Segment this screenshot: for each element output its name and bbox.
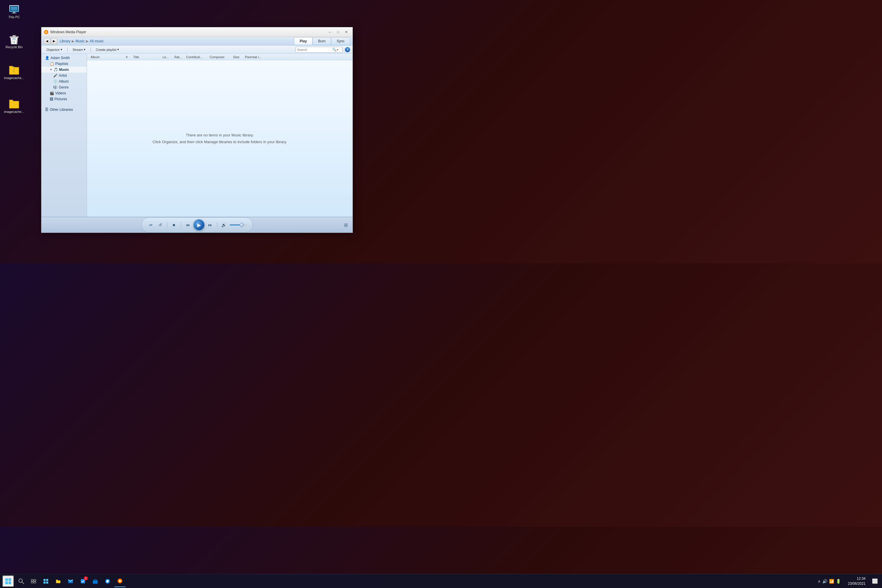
user-icon: 👤 xyxy=(45,56,50,60)
maximize-button[interactable]: □ xyxy=(334,29,342,35)
wmp-title: Windows Media Player xyxy=(50,30,326,34)
svg-rect-4 xyxy=(13,12,15,13)
breadcrumb-music[interactable]: Music xyxy=(75,39,85,43)
tab-buttons: Play Burn Sync xyxy=(294,38,350,45)
empty-message: There are no items in your Music library… xyxy=(87,60,352,217)
stream-button[interactable]: Stream ▾ xyxy=(70,46,88,53)
shuffle-button[interactable]: ⇌ xyxy=(147,221,154,229)
search-input[interactable] xyxy=(297,48,332,51)
play-tab[interactable]: Play xyxy=(294,38,312,45)
music-icon: 🎵 xyxy=(54,68,58,72)
next-button[interactable]: ⏭ xyxy=(206,221,214,229)
sidebar-item-playlists[interactable]: 📋 Playlists xyxy=(42,61,87,67)
sidebar-item-other-libraries[interactable]: 🗄 Other Libraries xyxy=(42,107,87,112)
back-button[interactable]: ◀ xyxy=(44,38,50,44)
controls-separator-1 xyxy=(167,222,167,228)
playback-controls: ⇌ ↺ ■ ⏮ ▶ ⏭ 🔊 xyxy=(141,217,253,232)
previous-button[interactable]: ⏮ xyxy=(184,221,192,229)
desktop-icon-imagecache1[interactable]: imagecache... xyxy=(2,63,26,81)
svg-rect-5 xyxy=(12,13,16,14)
sidebar-item-music[interactable]: ▼ 🎵 Music xyxy=(42,67,87,73)
playlist-icon: 📋 xyxy=(50,62,54,66)
sync-tab[interactable]: Sync xyxy=(331,38,350,45)
main-content: 👤 Adam Smith 📋 Playlists ▼ 🎵 Music 🎤 Art… xyxy=(42,54,352,217)
minimize-button[interactable]: ─ xyxy=(326,29,334,35)
sidebar-item-pictures[interactable]: 🖼 Pictures xyxy=(42,96,87,102)
svg-rect-12 xyxy=(13,67,15,68)
col-album[interactable]: Album xyxy=(89,55,124,59)
col-number[interactable]: # xyxy=(124,55,132,59)
sidebar-item-user[interactable]: 👤 Adam Smith xyxy=(42,55,87,61)
genre-icon: 🎼 xyxy=(53,85,58,89)
svg-rect-7 xyxy=(13,35,16,36)
organize-dropdown-icon: ▾ xyxy=(61,48,62,51)
col-composer[interactable]: Composer xyxy=(208,55,232,59)
pictures-icon: 🖼 xyxy=(50,97,53,101)
music-chevron-icon: ▼ xyxy=(50,68,52,71)
col-rating[interactable]: Rat... xyxy=(173,55,185,59)
window-controls: ─ □ ✕ xyxy=(326,29,350,35)
album-icon: 💿 xyxy=(53,80,58,84)
volume-slider[interactable] xyxy=(230,224,247,225)
forward-button[interactable]: ▶ xyxy=(51,38,57,44)
folder-icon xyxy=(8,98,20,110)
desktop-icon-recycle-bin[interactable]: Recycle Bin xyxy=(2,32,26,50)
artist-icon: 🎤 xyxy=(53,74,58,78)
col-parental[interactable]: Parental r... xyxy=(244,55,264,59)
col-size[interactable]: Size xyxy=(232,55,244,59)
svg-rect-3 xyxy=(10,6,18,10)
videos-icon: 🎬 xyxy=(50,91,54,95)
search-icon[interactable]: 🔍 xyxy=(332,48,337,52)
empty-message-line1: There are no items in your Music library… xyxy=(186,132,254,138)
create-playlist-dropdown-icon: ▾ xyxy=(117,48,119,51)
stop-button[interactable]: ■ xyxy=(170,221,178,229)
svg-rect-14 xyxy=(13,70,15,71)
col-contributing[interactable]: Contributi... xyxy=(185,55,208,59)
recycle-bin-icon xyxy=(8,33,20,45)
play-pause-button[interactable]: ▶ xyxy=(194,219,205,231)
svg-rect-6 xyxy=(10,36,18,38)
sidebar-item-artist[interactable]: 🎤 Artist xyxy=(42,73,87,78)
back-forward-nav: ◀ ▶ xyxy=(44,38,57,44)
sidebar-item-album[interactable]: 💿 Album xyxy=(42,78,87,84)
breadcrumb-library[interactable]: Library xyxy=(60,39,70,43)
toolbar-separator-2 xyxy=(90,47,91,52)
switch-to-now-playing-button[interactable]: ⊞ xyxy=(344,222,348,228)
burn-tab[interactable]: Burn xyxy=(312,38,331,45)
sidebar-item-genre[interactable]: 🎼 Genre xyxy=(42,84,87,90)
create-playlist-button[interactable]: Create playlist ▾ xyxy=(93,46,122,53)
wmp-app-icon xyxy=(44,30,48,34)
controls-separator-2 xyxy=(181,222,181,228)
repeat-button[interactable]: ↺ xyxy=(156,221,164,229)
playback-bar: ⇌ ↺ ■ ⏮ ▶ ⏭ 🔊 ⊞ xyxy=(42,217,352,232)
desktop-icon-this-pc[interactable]: This PC xyxy=(2,2,26,20)
search-dropdown-icon[interactable]: ▾ xyxy=(337,48,338,52)
col-length[interactable]: Le... xyxy=(161,55,173,59)
col-title[interactable]: Title xyxy=(132,55,161,59)
content-panel: Album # Title Le... Rat... Contributi...… xyxy=(87,54,352,217)
volume-knob xyxy=(240,223,244,227)
stream-dropdown-icon: ▾ xyxy=(84,48,86,51)
imagecache2-label: imagecache... xyxy=(4,110,24,114)
monitor-icon xyxy=(8,3,20,15)
breadcrumb-all-music[interactable]: All music xyxy=(90,39,104,43)
sidebar: 👤 Adam Smith 📋 Playlists ▼ 🎵 Music 🎤 Art… xyxy=(42,54,87,217)
search-box: 🔍 ▾ xyxy=(296,47,342,52)
empty-message-line2: Click Organize, and then click Manage li… xyxy=(153,138,287,145)
organize-button[interactable]: Organize ▾ xyxy=(44,46,65,53)
other-libraries-icon: 🗄 xyxy=(45,108,48,112)
sidebar-item-videos[interactable]: 🎬 Videos xyxy=(42,90,87,96)
title-bar: Windows Media Player ─ □ ✕ xyxy=(42,27,352,37)
recycle-bin-label: Recycle Bin xyxy=(6,45,22,49)
help-button[interactable]: ? xyxy=(345,47,350,52)
imagecache1-label: imagecache... xyxy=(4,76,24,80)
column-headers: Album # Title Le... Rat... Contributi...… xyxy=(87,54,352,60)
breadcrumb: Library ▶ Music ▶ All music xyxy=(60,39,294,43)
close-button[interactable]: ✕ xyxy=(342,29,350,35)
wmp-window: Windows Media Player ─ □ ✕ ◀ ▶ Library ▶… xyxy=(41,27,353,233)
mute-button[interactable]: 🔊 xyxy=(220,221,228,229)
desktop-icon-imagecache2[interactable]: imagecache... xyxy=(2,97,26,115)
this-pc-label: This PC xyxy=(8,15,20,19)
svg-rect-13 xyxy=(13,69,15,69)
folder-zip-icon xyxy=(8,64,20,76)
